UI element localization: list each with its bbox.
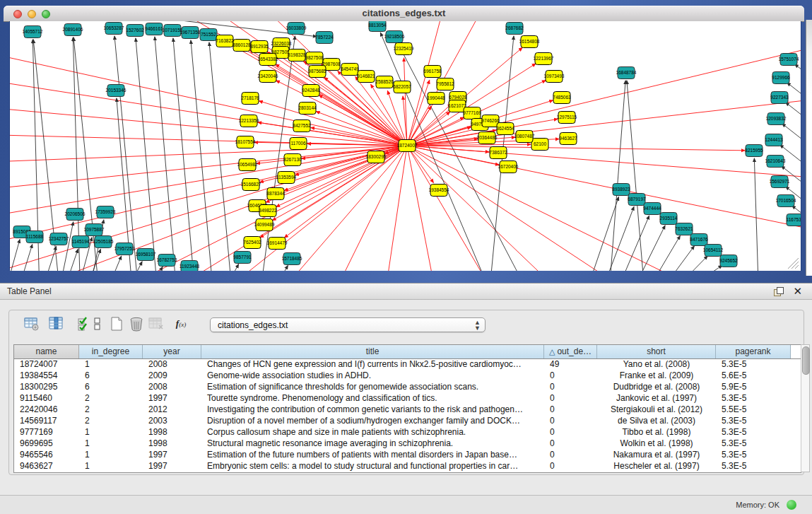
network-node[interactable]: 14099489 [254,219,275,231]
network-node[interactable]: 8471676 [690,234,708,246]
table-cell[interactable]: 9465546 [14,449,79,460]
table-cell[interactable]: 18724007 [14,358,79,370]
network-node[interactable]: 8938923 [612,184,630,196]
column-header-title[interactable]: title [201,345,544,358]
table-cell[interactable]: 2 [79,415,143,426]
table-cell[interactable]: 0 [544,460,597,472]
network-node[interactable]: 10807487 [514,131,535,143]
network-node[interactable]: 8215955 [745,145,763,157]
network-node[interactable]: 9146821 [357,71,375,83]
table-cell[interactable]: 2 [79,392,143,404]
table-cell[interactable]: Estimation of the future numbers of pati… [201,449,544,460]
network-node[interactable]: 7163822 [216,35,234,47]
column-header-name[interactable]: name [14,345,79,358]
network-node[interactable]: 1167533 [787,214,801,226]
network-node[interactable]: 20364486 [477,132,498,144]
network-node[interactable]: 14055712 [23,26,43,38]
table-cell[interactable]: 1997 [143,392,201,404]
function-fx-icon[interactable]: f(x) [170,316,192,332]
column-header-pagerank[interactable]: pagerank [716,345,791,358]
network-node[interactable]: 9827508 [305,52,324,64]
table-cell[interactable]: 6 [79,381,143,392]
network-node[interactable]: 10973493 [544,71,565,83]
table-cell[interactable]: Stergiakouli et al. (2012) [597,404,716,415]
table-cell[interactable]: 22420046 [14,404,79,415]
table-selector-combobox[interactable]: citations_edges.txt ▲▼ [210,317,486,332]
network-node[interactable]: 12975115 [557,112,577,124]
table-cell[interactable]: 2012 [143,404,201,415]
table-cell[interactable]: 5.3E-5 [716,415,791,426]
table-cell[interactable]: 5.3E-5 [716,426,791,438]
table-row[interactable]: 946362711997Embryonic stem cells: a mode… [14,460,801,472]
table-scrollbar[interactable] [801,344,810,472]
table-cell[interactable]: 49 [544,358,597,370]
table-cell[interactable]: 0 [544,370,597,381]
network-node[interactable]: 20891406 [63,24,83,36]
network-node[interactable]: 7386372 [489,147,507,159]
table-row[interactable]: 946554611997Estimation of the future num… [14,449,801,460]
table-cell[interactable]: 1998 [143,438,201,449]
select-all-check-icon[interactable] [76,316,93,332]
table-cell[interactable]: 2003 [143,415,201,426]
table-cell[interactable]: Corpus callosum shape and size in male p… [201,426,544,438]
table-row[interactable]: 1872400712008Changes of HCN gene express… [14,358,801,370]
table-cell[interactable]: 14569117 [14,415,79,426]
network-node[interactable]: 9129966 [772,72,790,84]
table-cell[interactable]: 0 [544,449,597,460]
table-cell[interactable]: 9115460 [14,392,79,404]
network-node[interactable]: 9875685 [308,66,326,78]
network-node[interactable]: 18107554 [235,136,256,148]
network-node[interactable]: 8878344 [266,188,285,200]
memory-status-indicator[interactable] [787,500,796,510]
table-cell[interactable]: 9463627 [14,460,79,472]
network-node[interactable]: 16210643 [765,156,786,168]
network-node[interactable]: 7625402 [243,237,261,249]
column-header-out_de[interactable]: △out_de… [544,345,597,358]
network-node[interactable]: 10654982 [237,159,258,171]
network-node[interactable]: 23420046 [258,71,278,83]
network-node[interactable]: 9227343 [770,92,789,104]
network-canvas[interactable]: 1872400714055712208914061065328715276029… [9,21,801,271]
network-node[interactable]: 6822057 [393,81,411,93]
table-cell[interactable]: 18300295 [14,381,79,392]
table-settings-icon[interactable] [23,316,40,332]
table-cell[interactable]: 1998 [143,426,201,438]
table-row[interactable]: 977716911998Corpus callosum shape and si… [14,426,801,438]
table-row[interactable]: 1830029562008Estimation of significance … [14,381,801,392]
network-node[interactable]: 17016504 [776,195,796,207]
network-node[interactable]: 19384554 [429,185,449,197]
network-node[interactable]: 7955812 [436,78,454,90]
network-node[interactable]: 16543382 [258,54,278,66]
table-cell[interactable]: 5.9E-5 [716,381,791,392]
network-node[interactable]: 16848784 [616,67,637,79]
network-node[interactable]: 1145194 [72,236,90,248]
network-node[interactable]: 17359928 [95,206,116,218]
table-cell[interactable]: Investigating the contribution of common… [201,404,544,415]
table-cell[interactable]: 2008 [143,381,201,392]
network-node[interactable]: 2718176 [241,93,259,105]
network-node[interactable]: 7485063 [553,92,571,104]
network-node[interactable]: 17957253 [114,243,135,255]
network-node[interactable]: 9474444 [643,203,661,215]
delete-trash-icon[interactable] [128,316,145,332]
table-cell[interactable]: 0 [544,426,597,438]
table-cell[interactable]: 5.5E-5 [716,404,791,415]
table-cell[interactable]: 0 [544,415,597,426]
table-cell[interactable]: Embryonic stem cells: a model to study s… [201,460,544,472]
table-cell[interactable]: 5.3E-5 [716,392,791,404]
network-node[interactable]: 9857791 [233,252,252,264]
network-node[interactable]: 12505185 [93,236,114,248]
table-scrollbar-thumb[interactable] [802,346,810,375]
network-node[interactable]: 1990448 [427,93,445,105]
close-panel-icon[interactable]: ✕ [793,285,802,298]
table-cell[interactable]: Disruption of a novel member of a sodium… [201,415,544,426]
network-window-titlebar[interactable]: citations_edges.txt [4,6,804,22]
table-cell[interactable]: de Silva et al. (2003) [597,415,716,426]
network-node[interactable]: 12342757 [49,233,69,245]
network-node[interactable]: 18724007 [397,140,418,152]
table-cell[interactable]: 6 [79,370,143,381]
network-node[interactable]: 1527602 [126,25,144,37]
network-node[interactable]: 16914479 [267,238,288,250]
network-node[interactable]: 16033809 [286,23,307,35]
network-node[interactable]: 10975887 [84,224,105,236]
